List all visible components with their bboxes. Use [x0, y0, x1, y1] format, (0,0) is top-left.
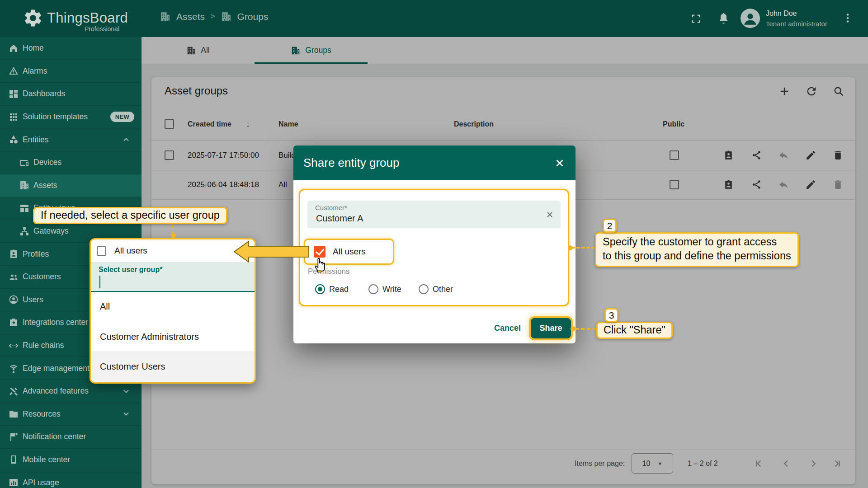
- fullscreen-icon[interactable]: [690, 13, 702, 25]
- chevron-up-icon[interactable]: [122, 135, 131, 144]
- step-2-badge: 2: [603, 219, 617, 233]
- chevron-down-icon[interactable]: [122, 409, 131, 418]
- building-icon: [160, 11, 171, 22]
- radio-other[interactable]: Other: [419, 284, 453, 294]
- top-bar: ThingsBoard Professional Assets > Groups…: [0, 0, 868, 37]
- dashboards-icon: [8, 89, 19, 99]
- connector-dot: [171, 233, 176, 238]
- customer-field-label: Customer*: [315, 204, 347, 211]
- devices-icon: [19, 157, 30, 168]
- annotation-connector: [571, 247, 595, 249]
- clear-icon[interactable]: [545, 210, 554, 219]
- building-icon: [221, 11, 232, 22]
- notifications-bell-icon[interactable]: [717, 12, 730, 25]
- new-badge: NEW: [110, 112, 134, 122]
- text-cursor: [99, 276, 100, 288]
- share-button[interactable]: Share: [531, 318, 571, 338]
- dialog-title: Share entity group: [303, 156, 399, 170]
- breadcrumb: Assets > Groups: [160, 11, 268, 22]
- users-icon: [8, 294, 19, 305]
- annotation-step-3: Click "Share": [596, 322, 673, 339]
- brand-name: ThingsBoard: [47, 10, 128, 26]
- sidebar-item-assets[interactable]: Assets: [0, 174, 142, 197]
- cursor-hand-icon: [313, 254, 328, 272]
- entities-icon: [8, 134, 19, 145]
- sidebar-item-entities[interactable]: Entities: [0, 128, 142, 151]
- option-customer-administrators[interactable]: Customer Administrators: [91, 322, 255, 352]
- customers-icon: [8, 272, 19, 282]
- customer-field[interactable]: Customer* Customer A: [307, 201, 561, 228]
- all-users-label: All users: [114, 246, 147, 256]
- option-all[interactable]: All: [91, 292, 255, 322]
- app-window: ThingsBoard Professional Assets > Groups…: [0, 0, 868, 488]
- radio-unselected-icon[interactable]: [419, 284, 429, 294]
- highlighted-form-area: Customer* Customer A All users Permissio…: [299, 189, 569, 306]
- user-name: John Doe: [766, 9, 797, 18]
- thingsboard-logo-icon: [23, 8, 43, 28]
- share-entity-group-dialog: Share entity group Customer* Customer A …: [293, 145, 576, 343]
- sidebar-item-resources[interactable]: Resources: [0, 403, 142, 426]
- sidebar-item-devices[interactable]: Devices: [0, 151, 142, 174]
- radio-write[interactable]: Write: [368, 284, 401, 294]
- integrations-icon: [8, 317, 19, 328]
- breadcrumb-groups[interactable]: Groups: [237, 11, 269, 22]
- all-users-checkbox-unchecked[interactable]: [97, 246, 106, 256]
- sidebar-item-dashboards[interactable]: Dashboards: [0, 83, 142, 106]
- user-role: Tenant administrator: [766, 20, 827, 28]
- notification-flag-icon: [8, 432, 19, 442]
- sidebar-item-notification-center[interactable]: Notification center: [0, 426, 142, 449]
- chevron-down-icon[interactable]: [122, 387, 131, 396]
- sidebar-item-home[interactable]: Home: [0, 37, 142, 60]
- radio-read[interactable]: Read: [315, 284, 349, 294]
- annotation-note: If needed, select a specific user group: [33, 207, 227, 224]
- profiles-icon: [8, 249, 19, 259]
- building-icon: [19, 180, 30, 191]
- solution-templates-icon: [8, 112, 19, 122]
- mobile-icon: [8, 454, 19, 465]
- resources-icon: [8, 408, 19, 419]
- api-usage-icon: [8, 477, 19, 488]
- annotation-step-2: Specify the customer to grant access to …: [595, 232, 799, 267]
- gateways-icon: [19, 226, 30, 237]
- rule-chains-icon: [8, 340, 19, 351]
- radio-selected-icon[interactable]: [315, 284, 325, 294]
- kebab-menu-icon[interactable]: [842, 12, 854, 24]
- radio-unselected-icon[interactable]: [368, 284, 378, 294]
- home-icon: [8, 43, 19, 54]
- entity-views-icon: [19, 203, 30, 214]
- cancel-button[interactable]: Cancel: [494, 324, 521, 333]
- sidebar-item-api-usage[interactable]: API usage: [0, 471, 142, 488]
- close-icon[interactable]: [554, 157, 566, 169]
- customer-field-value: Customer A: [316, 213, 363, 224]
- sidebar-item-solution-templates[interactable]: Solution templatesNEW: [0, 106, 142, 129]
- dialog-header: Share entity group: [293, 145, 576, 180]
- all-users-label: All users: [333, 247, 366, 257]
- connector-dot: [571, 326, 576, 331]
- step-3-badge: 3: [604, 308, 618, 322]
- breadcrumb-assets[interactable]: Assets: [176, 11, 205, 22]
- option-customer-users[interactable]: Customer Users: [91, 352, 255, 382]
- select-user-group-field[interactable]: Select user group*: [91, 262, 255, 292]
- person-icon: [741, 9, 760, 28]
- select-user-group-label: Select user group*: [99, 266, 162, 274]
- sidebar-item-mobile-center[interactable]: Mobile center: [0, 449, 142, 472]
- edge-management-icon: [8, 363, 19, 374]
- breadcrumb-separator: >: [210, 12, 215, 21]
- connector-dot: [568, 245, 573, 250]
- sidebar-item-alarms[interactable]: Alarms: [0, 60, 142, 83]
- annotation-connector: [575, 328, 596, 330]
- pointer-arrow: [228, 239, 314, 266]
- user-avatar[interactable]: [741, 9, 760, 28]
- advanced-features-icon: [8, 386, 19, 397]
- brand-edition: Professional: [47, 25, 119, 33]
- alarms-icon: [8, 66, 19, 76]
